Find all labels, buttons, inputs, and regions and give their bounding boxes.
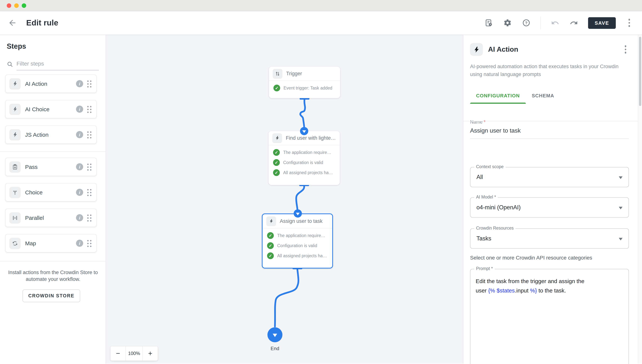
panel-title: AI Action <box>488 45 518 54</box>
node-title: Find user with lighte… <box>286 135 339 141</box>
check-text: Event trigger: Task added <box>284 86 332 90</box>
chevron-down-icon <box>619 207 622 209</box>
step-item-pass[interactable]: Pass <box>5 158 97 176</box>
ai-model-label: AI Model * <box>474 195 498 199</box>
loop-icon <box>9 238 20 249</box>
minimize-window-button[interactable] <box>14 3 19 8</box>
step-item-js-action[interactable]: JS Action <box>5 126 97 144</box>
bolt-icon <box>266 216 276 226</box>
step-item-ai-choice[interactable]: AI Choice <box>5 100 97 118</box>
clipboard-down-icon <box>9 161 20 172</box>
zoom-out-button[interactable]: − <box>110 346 126 361</box>
app-window: Edit rule ? SAVE <box>0 0 642 364</box>
sidebar-divider <box>0 151 106 152</box>
titlebar <box>0 0 642 11</box>
prompt-label: Prompt * <box>474 266 495 271</box>
check-icon <box>273 169 280 176</box>
zoom-level: 100% <box>126 346 143 361</box>
node-trigger[interactable]: Trigger Event trigger: Task added <box>269 67 340 98</box>
panel-more-menu-icon[interactable] <box>622 46 629 54</box>
branch-icon <box>9 187 20 198</box>
step-label: Choice <box>25 189 42 196</box>
zoom-control: − 100% + <box>110 346 158 361</box>
prompt-value[interactable]: Edit the task from the trigger and assig… <box>470 269 628 295</box>
drag-handle-icon[interactable] <box>86 131 92 138</box>
node-assign-user[interactable]: Assign user to task The application requ… <box>262 214 333 268</box>
check-icon <box>267 242 274 249</box>
store-hint-text: Install actions from the Crowdin Store t… <box>4 269 102 283</box>
crowdin-resources-select[interactable]: Crowdin Resources Tasks <box>470 228 629 249</box>
step-item-choice[interactable]: Choice <box>5 183 97 202</box>
prompt-textarea[interactable]: Prompt * Edit the task from the trigger … <box>470 269 629 364</box>
crowdin-resources-value: Tasks <box>476 235 491 242</box>
trigger-arrows-icon <box>273 69 282 78</box>
info-icon[interactable] <box>76 80 83 87</box>
redo-icon[interactable] <box>569 18 578 27</box>
bolt-icon <box>9 104 20 115</box>
crowdin-store-button[interactable]: CROWDIN STORE <box>22 290 80 302</box>
settings-gear-icon[interactable] <box>503 18 512 27</box>
header-more-menu-icon[interactable] <box>626 19 633 27</box>
ai-model-select[interactable]: AI Model * o4-mini (OpenAI) <box>470 197 629 218</box>
drag-handle-icon[interactable] <box>86 239 92 247</box>
back-button[interactable] <box>7 17 18 28</box>
check-icon <box>273 149 280 156</box>
info-icon[interactable] <box>76 189 83 196</box>
check-icon <box>267 232 274 239</box>
required-asterisk: * <box>484 120 486 125</box>
save-button[interactable]: SAVE <box>588 17 616 29</box>
arrow-left-icon <box>8 18 17 27</box>
step-item-parallel[interactable]: Parallel <box>5 208 97 227</box>
scrollbar-thumb[interactable] <box>639 37 641 106</box>
maximize-window-button[interactable] <box>22 3 26 8</box>
info-icon[interactable] <box>76 131 83 138</box>
connector-arrow-icon <box>300 127 308 135</box>
chevron-down-icon <box>619 238 622 240</box>
header-divider <box>540 16 541 29</box>
sidebar-divider <box>0 261 106 262</box>
check-icon <box>274 85 280 91</box>
info-icon[interactable] <box>76 163 83 170</box>
config-panel: AI Action AI-powered automation action t… <box>463 35 642 364</box>
page-title: Edit rule <box>26 18 58 27</box>
context-scope-label: Context scope <box>474 164 506 169</box>
node-find-user[interactable]: Find user with lighte… The application r… <box>268 131 340 185</box>
step-label: Map <box>25 240 36 246</box>
end-label: End <box>260 346 290 351</box>
drag-handle-icon[interactable] <box>86 80 92 88</box>
node-end[interactable] <box>268 327 282 342</box>
filter-steps-input[interactable] <box>16 59 99 70</box>
drag-handle-icon[interactable] <box>86 105 92 113</box>
step-item-ai-action[interactable]: AI Action <box>5 74 97 93</box>
info-icon[interactable] <box>76 240 83 247</box>
panel-scrollbar[interactable] <box>638 35 642 364</box>
ai-model-value: o4-mini (OpenAI) <box>476 204 521 211</box>
tab-schema[interactable]: SCHEMA <box>526 87 560 104</box>
undo-icon[interactable] <box>550 18 560 27</box>
info-icon[interactable] <box>76 106 83 113</box>
check-text: Configuration is valid <box>283 160 323 165</box>
drag-handle-icon[interactable] <box>86 188 92 196</box>
step-label: AI Choice <box>25 106 50 112</box>
help-icon[interactable]: ? <box>522 18 530 27</box>
drag-handle-icon[interactable] <box>86 163 92 171</box>
activity-log-icon[interactable] <box>484 18 493 27</box>
chevron-down-icon <box>619 176 622 179</box>
name-label: Name <box>470 120 482 125</box>
search-icon <box>7 61 13 68</box>
close-window-button[interactable] <box>7 3 11 8</box>
check-icon <box>267 252 274 259</box>
workflow-canvas[interactable]: Trigger Event trigger: Task added Find u… <box>106 35 463 364</box>
context-scope-select[interactable]: Context scope All <box>470 167 629 187</box>
tab-configuration[interactable]: CONFIGURATION <box>470 87 526 104</box>
liquid-token: {% $states <box>488 287 515 294</box>
info-icon[interactable] <box>76 214 83 221</box>
name-field[interactable]: Name* Assign user to task <box>470 120 629 139</box>
svg-text:?: ? <box>525 20 527 25</box>
drag-handle-icon[interactable] <box>86 214 92 222</box>
step-item-map[interactable]: Map <box>5 234 97 252</box>
zoom-in-button[interactable]: + <box>143 346 158 361</box>
resources-helper-text: Select one or more Crowdin API resource … <box>470 255 629 261</box>
crowdin-resources-label: Crowdin Resources <box>474 226 516 230</box>
name-value[interactable]: Assign user to task <box>470 127 629 139</box>
